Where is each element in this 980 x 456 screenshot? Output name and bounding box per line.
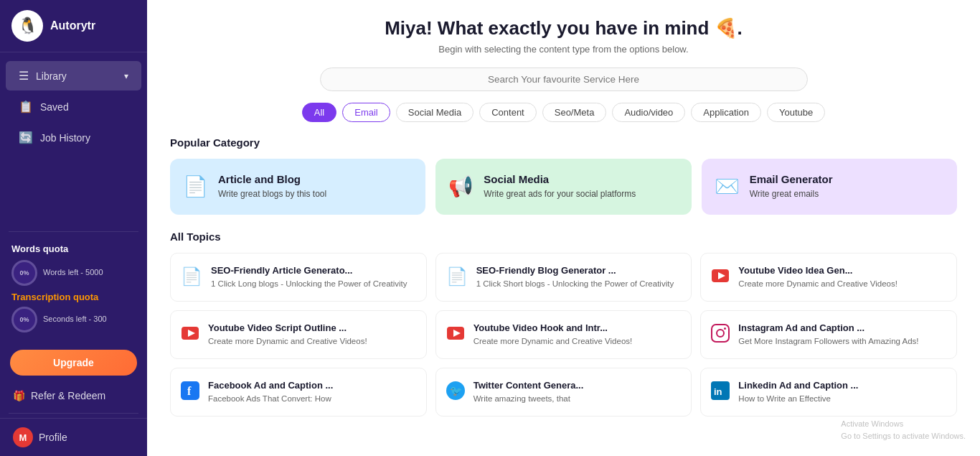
words-quota-row: 0% Words left - 5000	[11, 260, 136, 286]
facebook-ad-desc: Facebook Ads That Convert: How	[208, 393, 333, 404]
seo-article-desc: 1 Click Long blogs - Unlocking the Power…	[211, 278, 407, 289]
youtube-hook-icon	[446, 324, 465, 347]
social-media-title: Social Media	[484, 173, 636, 185]
refer-label: Refer & Redeem	[31, 390, 105, 401]
article-blog-title: Article and Blog	[218, 173, 326, 185]
social-media-icon: 📢	[448, 175, 473, 198]
seconds-quota-circle: 0%	[11, 307, 37, 332]
youtube-script-desc: Create more Dynamic and Creative Videos!	[208, 335, 367, 347]
youtube-idea-icon	[711, 266, 730, 289]
topic-card-instagram-ad[interactable]: Instagram Ad and Caption ... Get More In…	[700, 310, 957, 359]
main-content: Miya! What exactly you have in mind 🍕. B…	[147, 0, 980, 456]
job-history-icon: 🔄	[19, 131, 33, 144]
library-icon: ☰	[19, 69, 29, 83]
facebook-ad-title: Facebook Ad and Caption ...	[208, 380, 333, 391]
search-bar[interactable]	[320, 68, 808, 91]
popular-section-title: Popular Category	[170, 136, 957, 149]
popular-card-email-generator[interactable]: ✉️ Email Generator Write great emails	[702, 159, 957, 215]
tab-email[interactable]: Email	[342, 103, 390, 122]
tab-seo-meta[interactable]: Seo/Meta	[542, 103, 607, 122]
refer-redeem-item[interactable]: 🎁 Refer & Redeem	[0, 383, 147, 409]
twitter-content-icon: 🐦	[446, 381, 465, 404]
sidebar-item-saved-label: Saved	[40, 101, 69, 113]
youtube-idea-desc: Create more Dynamic and Creative Videos!	[738, 278, 897, 289]
youtube-hook-desc: Create more Dynamic and Creative Videos!	[473, 335, 633, 347]
topic-card-youtube-hook[interactable]: Youtube Video Hook and Intr... Create mo…	[435, 310, 692, 359]
svg-point-8	[724, 327, 726, 330]
saved-icon: 📋	[19, 100, 33, 113]
email-generator-info: Email Generator Write great emails	[750, 173, 833, 200]
popular-card-social-media[interactable]: 📢 Social Media Write great ads for your …	[435, 159, 691, 215]
sidebar-item-library[interactable]: ☰ Library ▾	[6, 61, 141, 90]
sidebar-nav: ☰ Library ▾ 📋 Saved 🔄 Job History	[0, 52, 147, 227]
linkedin-ad-title: Linkedin Ad and Caption ...	[738, 380, 858, 391]
topic-card-linkedin-ad[interactable]: in Linkedin Ad and Caption ... How to Wr…	[700, 368, 957, 417]
upgrade-button[interactable]: Upgrade	[10, 350, 137, 376]
words-quota-circle: 0%	[11, 260, 37, 286]
sidebar-item-job-history[interactable]: 🔄 Job History	[6, 123, 141, 152]
svg-text:🐦: 🐦	[450, 385, 463, 397]
seo-blog-desc: 1 Click Short blogs - Unlocking the Powe…	[476, 278, 674, 289]
sidebar-item-job-history-label: Job History	[40, 132, 90, 144]
filter-tabs: All Email Social Media Content Seo/Meta …	[170, 103, 957, 122]
sidebar-item-saved[interactable]: 📋 Saved	[6, 92, 141, 121]
sidebar: 🐧 Autorytr ☰ Library ▾ 📋 Saved 🔄 Job His…	[0, 0, 147, 456]
brand-name: Autorytr	[50, 19, 95, 32]
page-subtitle: Begin with selecting the content type fr…	[170, 44, 957, 55]
social-media-desc: Write great ads for your social platform…	[484, 188, 636, 200]
linkedin-ad-icon: in	[711, 381, 730, 404]
tab-all[interactable]: All	[302, 103, 336, 122]
divider-2	[9, 413, 138, 414]
youtube-script-title: Youtube Video Script Outline ...	[208, 322, 367, 333]
gift-icon: 🎁	[13, 390, 25, 401]
transcription-quota-row: 0% Seconds left - 300	[11, 307, 136, 332]
svg-rect-6	[712, 325, 729, 342]
profile-avatar: M	[13, 427, 33, 447]
tab-application[interactable]: Application	[691, 103, 761, 122]
svg-text:f: f	[187, 385, 192, 397]
tab-content[interactable]: Content	[479, 103, 537, 122]
sidebar-header: 🐧 Autorytr	[0, 0, 147, 52]
all-topics-grid: 📄 SEO-Friendly Article Generato... 1 Cli…	[170, 253, 957, 417]
youtube-idea-title: Youtube Video Idea Gen...	[738, 265, 897, 276]
chevron-down-icon: ▾	[124, 71, 128, 81]
windows-watermark: Activate Windows Go to Settings to activ…	[841, 418, 966, 442]
svg-point-7	[717, 330, 724, 337]
divider-1	[9, 231, 138, 232]
words-quota-label: Words quota	[11, 243, 136, 254]
words-left-text: Words left - 5000	[43, 267, 103, 278]
seo-article-icon: 📄	[181, 266, 202, 287]
brand-avatar: 🐧	[11, 10, 43, 42]
topic-card-seo-blog[interactable]: 📄 SEO-Friendly Blog Generator ... 1 Clic…	[435, 253, 692, 302]
email-generator-icon: ✉️	[715, 175, 740, 198]
topic-card-facebook-ad[interactable]: f Facebook Ad and Caption ... Facebook A…	[170, 368, 427, 417]
all-topics-section-title: All Topics	[170, 231, 957, 243]
transcription-label: Transcription quota	[11, 292, 136, 302]
popular-category-grid: 📄 Article and Blog Write great blogs by …	[170, 159, 957, 215]
search-input[interactable]	[334, 74, 794, 85]
email-generator-title: Email Generator	[750, 173, 833, 185]
twitter-content-desc: Write amazing tweets, that	[473, 393, 584, 404]
tab-audio-video[interactable]: Audio/video	[612, 103, 685, 122]
profile-item[interactable]: M Profile	[0, 418, 147, 456]
topic-card-youtube-script[interactable]: Youtube Video Script Outline ... Create …	[170, 310, 427, 359]
topic-card-seo-article[interactable]: 📄 SEO-Friendly Article Generato... 1 Cli…	[170, 253, 427, 302]
seo-blog-title: SEO-Friendly Blog Generator ...	[476, 265, 674, 276]
popular-card-article-blog[interactable]: 📄 Article and Blog Write great blogs by …	[170, 159, 425, 215]
article-blog-info: Article and Blog Write great blogs by th…	[218, 173, 326, 200]
linkedin-ad-desc: How to Write an Effective	[738, 393, 858, 404]
profile-label: Profile	[39, 432, 67, 443]
article-blog-icon: 📄	[183, 175, 208, 198]
facebook-ad-icon: f	[181, 381, 199, 404]
words-quota-section: Words quota 0% Words left - 5000 Transcr…	[0, 236, 147, 344]
tab-social-media[interactable]: Social Media	[396, 103, 473, 122]
topic-card-twitter-content[interactable]: 🐦 Twitter Content Genera... Write amazin…	[435, 368, 692, 417]
article-blog-desc: Write great blogs by this tool	[218, 188, 326, 200]
tab-youtube[interactable]: Youtube	[767, 103, 825, 122]
youtube-script-icon	[181, 324, 199, 347]
topic-card-youtube-idea[interactable]: Youtube Video Idea Gen... Create more Dy…	[700, 253, 957, 302]
social-media-info: Social Media Write great ads for your so…	[484, 173, 636, 200]
seo-blog-icon: 📄	[446, 266, 468, 287]
svg-text:in: in	[714, 386, 722, 397]
twitter-content-title: Twitter Content Genera...	[473, 380, 584, 391]
